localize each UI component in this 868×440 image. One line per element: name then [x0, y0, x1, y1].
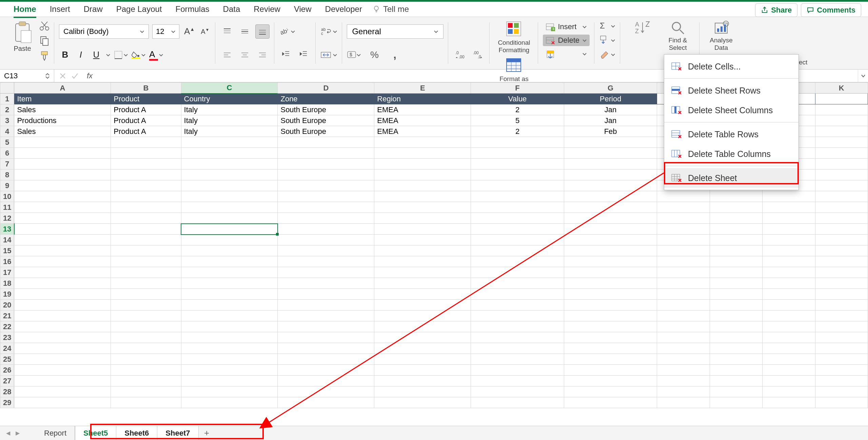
cell[interactable]: 2	[471, 104, 564, 115]
accounting-format-button[interactable]: $	[347, 48, 361, 62]
cell[interactable]	[763, 397, 815, 408]
italic-button[interactable]: I	[75, 49, 87, 60]
cell[interactable]: 5	[471, 115, 564, 126]
cell[interactable]	[815, 256, 868, 267]
underline-button[interactable]: U	[90, 49, 102, 60]
row-header[interactable]: 14	[0, 235, 14, 245]
cell[interactable]: EMEA	[374, 126, 471, 137]
select-all-corner[interactable]	[0, 83, 14, 94]
paste-button[interactable]: Paste	[9, 20, 36, 53]
number-format-select[interactable]: General	[347, 24, 443, 39]
cell[interactable]	[815, 137, 868, 148]
cell[interactable]	[374, 321, 471, 332]
cell[interactable]	[111, 202, 181, 213]
cell[interactable]: Italy	[181, 115, 278, 126]
row-header[interactable]: 20	[0, 300, 14, 311]
name-box-spinner[interactable]	[45, 73, 50, 79]
cell[interactable]	[471, 376, 564, 386]
align-top-button[interactable]	[220, 24, 234, 39]
sheet-tab-sheet6[interactable]: Sheet6	[116, 426, 157, 440]
cell[interactable]	[111, 159, 181, 169]
align-left-button[interactable]	[220, 48, 234, 62]
cell[interactable]	[657, 386, 710, 397]
row-header[interactable]: 2	[0, 104, 14, 115]
cell[interactable]	[278, 224, 374, 235]
cell[interactable]	[763, 376, 815, 386]
tab-review[interactable]: Review	[247, 2, 287, 17]
cell[interactable]	[657, 267, 710, 278]
cell-selected[interactable]	[181, 224, 278, 235]
cell[interactable]	[111, 169, 181, 180]
menu-delete-table-rows[interactable]: Delete Table Rows	[664, 124, 798, 144]
cell[interactable]	[471, 300, 564, 311]
cell[interactable]	[564, 224, 657, 235]
cell[interactable]	[710, 311, 762, 321]
orientation-button[interactable]: ab	[279, 26, 295, 37]
cell[interactable]: Sales	[14, 104, 111, 115]
cell[interactable]	[181, 169, 278, 180]
align-middle-button[interactable]	[238, 24, 252, 39]
cell[interactable]	[710, 354, 762, 365]
cell[interactable]	[657, 245, 710, 256]
menu-delete-sheet-rows[interactable]: Delete Sheet Rows	[664, 81, 798, 100]
cell[interactable]	[564, 365, 657, 376]
cell[interactable]	[374, 213, 471, 224]
cell[interactable]	[374, 289, 471, 300]
cell[interactable]	[815, 169, 868, 180]
menu-delete-table-columns[interactable]: Delete Table Columns	[664, 144, 798, 164]
cell[interactable]: Product A	[111, 104, 181, 115]
cell[interactable]	[181, 256, 278, 267]
cell[interactable]	[815, 321, 868, 332]
comments-button[interactable]: Comments	[801, 3, 861, 17]
percent-button[interactable]: %	[367, 48, 381, 62]
cell[interactable]	[710, 300, 762, 311]
cell[interactable]	[657, 376, 710, 386]
cell[interactable]	[111, 278, 181, 289]
cell[interactable]	[710, 397, 762, 408]
cell[interactable]	[564, 137, 657, 148]
cell[interactable]	[710, 289, 762, 300]
cell[interactable]	[374, 235, 471, 245]
row-header[interactable]: 3	[0, 115, 14, 126]
cell[interactable]	[374, 169, 471, 180]
row-header[interactable]: 5	[0, 137, 14, 148]
font-name-select[interactable]: Calibri (Body)	[59, 24, 149, 39]
cell[interactable]	[763, 386, 815, 397]
tab-developer[interactable]: Developer	[318, 2, 369, 17]
sheet-tab-report[interactable]: Report	[36, 426, 75, 440]
cell[interactable]	[111, 245, 181, 256]
cell[interactable]	[815, 397, 868, 408]
cell[interactable]	[181, 159, 278, 169]
cell[interactable]	[815, 235, 868, 245]
cell[interactable]	[471, 354, 564, 365]
enter-formula-button[interactable]	[71, 72, 79, 80]
cell[interactable]	[278, 354, 374, 365]
cell[interactable]	[471, 180, 564, 191]
cell[interactable]	[374, 332, 471, 343]
bold-button[interactable]: B	[59, 49, 71, 60]
row-header[interactable]: 19	[0, 289, 14, 300]
cell[interactable]	[564, 376, 657, 386]
cell[interactable]	[710, 376, 762, 386]
cell[interactable]	[111, 343, 181, 354]
cell[interactable]	[14, 386, 111, 397]
cell[interactable]	[763, 278, 815, 289]
font-color-button[interactable]: A	[149, 49, 163, 61]
row-header[interactable]: 15	[0, 245, 14, 256]
cell[interactable]	[374, 137, 471, 148]
cell[interactable]	[374, 245, 471, 256]
cell[interactable]	[763, 300, 815, 311]
cell[interactable]	[111, 256, 181, 267]
cell[interactable]	[564, 213, 657, 224]
cell[interactable]	[815, 300, 868, 311]
cell[interactable]: Jan	[564, 104, 657, 115]
align-right-button[interactable]	[255, 48, 270, 62]
cell[interactable]	[374, 311, 471, 321]
cell[interactable]	[710, 256, 762, 267]
row-header[interactable]: 28	[0, 386, 14, 397]
tab-draw[interactable]: Draw	[77, 2, 110, 17]
cell[interactable]	[564, 354, 657, 365]
cell[interactable]	[471, 256, 564, 267]
row-header[interactable]: 9	[0, 180, 14, 191]
cell[interactable]	[657, 202, 710, 213]
